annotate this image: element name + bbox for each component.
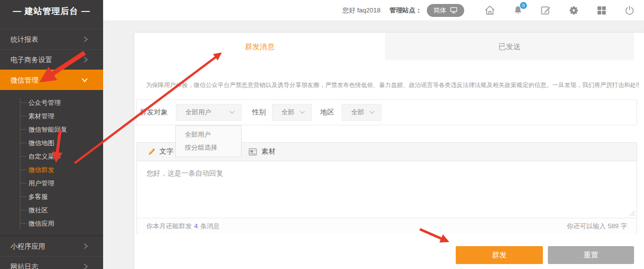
- dropdown-option-all-users[interactable]: 全部用户: [176, 128, 241, 141]
- sidebar-item-wechat-management[interactable]: 微信管理: [0, 70, 103, 90]
- sidebar-item-ecommerce[interactable]: 电子商务设置: [0, 49, 103, 70]
- chevron-down-icon: [229, 110, 235, 114]
- target-select-dropdown: 全部用户 按分组选择: [175, 125, 242, 157]
- material-tool[interactable]: 素材: [248, 147, 275, 156]
- editor-statusbar: 你本月还能群发4条消息 你还可以输入589字: [137, 218, 637, 234]
- region-select-value: 全部: [351, 108, 364, 117]
- submenu-item-multi-service[interactable]: 多客服: [0, 190, 103, 203]
- sidebar-item-site-log[interactable]: 网站日志: [0, 256, 103, 269]
- submenu-item-wechat-map[interactable]: 微信地图: [0, 136, 103, 150]
- main-panel: 群发消息 已发送 为保障用户体验，微信公众平台严禁恶意营销以及诱导分享朋友圈，严…: [134, 33, 644, 269]
- home-icon[interactable]: [484, 4, 496, 16]
- header-icons: 0: [484, 4, 635, 16]
- quota-prefix: 你本月还能群发: [146, 222, 192, 230]
- sidebar-item-label: 小程序应用: [10, 242, 45, 250]
- dropdown-option-by-group[interactable]: 按分组选择: [176, 141, 241, 154]
- gender-select-value: 全部: [281, 108, 294, 117]
- region-select[interactable]: 全部: [342, 104, 382, 121]
- tab-bar: 群发消息 已发送: [134, 33, 644, 60]
- gear-icon[interactable]: [568, 4, 579, 16]
- quota-suffix: 条消息: [200, 222, 220, 230]
- sidebar-item-label: 电子商务设置: [10, 56, 52, 64]
- target-select[interactable]: 全部用户: [176, 104, 242, 121]
- chevron-right-icon: [83, 243, 88, 250]
- gender-select[interactable]: 全部: [272, 104, 312, 121]
- message-text: 您好，这是一条自动回复: [146, 169, 223, 177]
- compose-icon[interactable]: [540, 4, 551, 16]
- policy-notice: 为保障用户体验，微信公众平台严禁恶意营销以及诱导分享朋友圈，严禁发布色情低俗、暴…: [146, 81, 639, 90]
- material-tool-label: 素材: [261, 147, 275, 156]
- app-title: — 建站管理后台 —: [0, 0, 103, 21]
- target-select-value: 全部用户: [185, 108, 211, 117]
- sidebar-item-miniprogram[interactable]: 小程序应用: [0, 235, 103, 256]
- chevron-down-icon: [369, 110, 375, 114]
- remaining-suffix: 字: [621, 222, 627, 230]
- chevron-right-icon: [83, 263, 88, 269]
- submenu-item-material[interactable]: 素材管理: [0, 109, 103, 123]
- sidebar-item-label: 统计报表: [10, 35, 38, 43]
- audience-filter-bar: 群发对象 全部用户 性别 全部 地区 全部: [136, 99, 637, 125]
- tab-mass-message[interactable]: 群发消息: [134, 33, 385, 60]
- resize-grip[interactable]: [629, 210, 635, 216]
- sidebar-item-label: 微信管理: [10, 76, 38, 84]
- submenu-item-smart-reply[interactable]: 微信智能回复: [0, 123, 103, 136]
- grid-icon[interactable]: [596, 4, 607, 16]
- material-icon: [248, 148, 258, 156]
- monitor-icon: [450, 6, 458, 14]
- site-language-label: 简体: [433, 6, 446, 15]
- text-tool[interactable]: 文字: [147, 147, 173, 156]
- remaining-prefix: 你还可以输入: [567, 222, 606, 230]
- submenu-item-micro-community[interactable]: 微社区: [0, 203, 103, 217]
- pencil-icon: [147, 147, 155, 156]
- chevron-right-icon: [83, 36, 88, 43]
- target-label: 群发对象: [140, 108, 168, 117]
- sidebar: — 建站管理后台 — 统计报表 电子商务设置 微信管理 公众号管理 素材管理 微…: [0, 0, 103, 269]
- sidebar-item-stats[interactable]: 统计报表: [0, 29, 103, 49]
- bell-icon[interactable]: 0: [512, 4, 523, 16]
- chevron-down-icon: [81, 78, 88, 83]
- send-button[interactable]: 群发: [456, 246, 543, 264]
- submenu-item-user-management[interactable]: 用户管理: [0, 177, 103, 190]
- tab-sent[interactable]: 已发送: [385, 33, 634, 60]
- chevron-right-icon: [83, 56, 88, 63]
- chevron-down-icon: [299, 110, 305, 114]
- chars-remaining-text: 你还可以输入589字: [567, 222, 627, 231]
- reset-button[interactable]: 重置: [548, 246, 634, 264]
- submenu-item-wechat-app[interactable]: 微信应用: [0, 217, 103, 230]
- monthly-quota-text: 你本月还能群发4条消息: [146, 222, 220, 231]
- quota-count: 4: [194, 222, 198, 230]
- region-label: 地区: [320, 108, 334, 117]
- user-greeting: 您好 faq2018: [342, 6, 381, 15]
- notification-badge: 0: [520, 2, 527, 9]
- text-tool-label: 文字: [159, 147, 173, 156]
- site-language-button[interactable]: 简体: [427, 4, 464, 17]
- wechat-submenu: 公众号管理 素材管理 微信智能回复 微信地图 自定义菜单 微信群发 用户管理 多…: [0, 90, 103, 235]
- sidebar-item-label: 网站日志: [10, 263, 38, 269]
- gender-label: 性别: [252, 108, 266, 117]
- managed-site-label: 管理站点：: [389, 6, 422, 15]
- top-header: 您好 faq2018 管理站点： 简体 0: [103, 0, 644, 20]
- remaining-count: 589: [608, 222, 619, 230]
- message-content-editor[interactable]: 您好，这是一条自动回复: [137, 161, 637, 218]
- power-icon[interactable]: [624, 4, 635, 16]
- submenu-item-custom-menu[interactable]: 自定义菜单: [0, 150, 103, 163]
- submenu-item-mass-send[interactable]: 微信群发: [0, 163, 103, 177]
- submenu-item-official-account[interactable]: 公众号管理: [0, 96, 103, 109]
